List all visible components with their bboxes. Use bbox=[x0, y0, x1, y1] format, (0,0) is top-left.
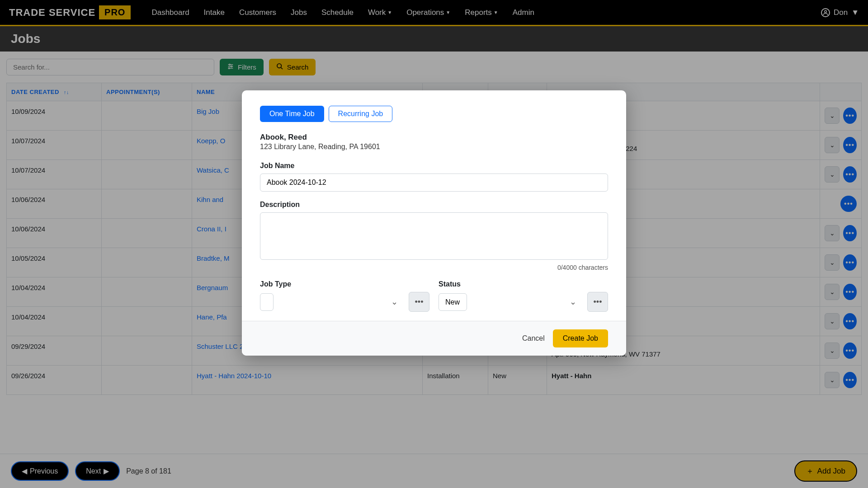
status-label: Status bbox=[439, 280, 608, 288]
char-count: 0/4000 characters bbox=[260, 264, 608, 271]
tab-one-time-job[interactable]: One Time Job bbox=[260, 106, 324, 122]
create-job-button[interactable]: Create Job bbox=[553, 329, 608, 347]
job-type-label: Job Type bbox=[260, 280, 429, 288]
tab-recurring-job[interactable]: Recurring Job bbox=[329, 106, 393, 122]
modal-footer: Cancel Create Job bbox=[242, 321, 626, 356]
job-name-label: Job Name bbox=[260, 162, 608, 170]
status-select[interactable]: New bbox=[439, 293, 467, 311]
cancel-button[interactable]: Cancel bbox=[522, 334, 545, 343]
job-type-more-button[interactable]: ••• bbox=[409, 292, 429, 312]
job-name-input[interactable] bbox=[260, 174, 608, 192]
modal-customer-name: Abook, Reed bbox=[260, 133, 608, 142]
description-label: Description bbox=[260, 201, 608, 209]
status-more-button[interactable]: ••• bbox=[587, 292, 608, 312]
modal-customer-address: 123 Library Lane, Reading, PA 19601 bbox=[260, 143, 608, 151]
modal-overlay[interactable]: One Time Job Recurring Job Abook, Reed 1… bbox=[0, 0, 868, 488]
ellipsis-icon: ••• bbox=[415, 297, 424, 307]
job-type-tabs: One Time Job Recurring Job bbox=[260, 106, 608, 122]
job-type-select[interactable] bbox=[260, 293, 274, 311]
create-job-modal: One Time Job Recurring Job Abook, Reed 1… bbox=[242, 90, 626, 356]
ellipsis-icon: ••• bbox=[594, 297, 602, 307]
description-textarea[interactable] bbox=[260, 212, 608, 260]
